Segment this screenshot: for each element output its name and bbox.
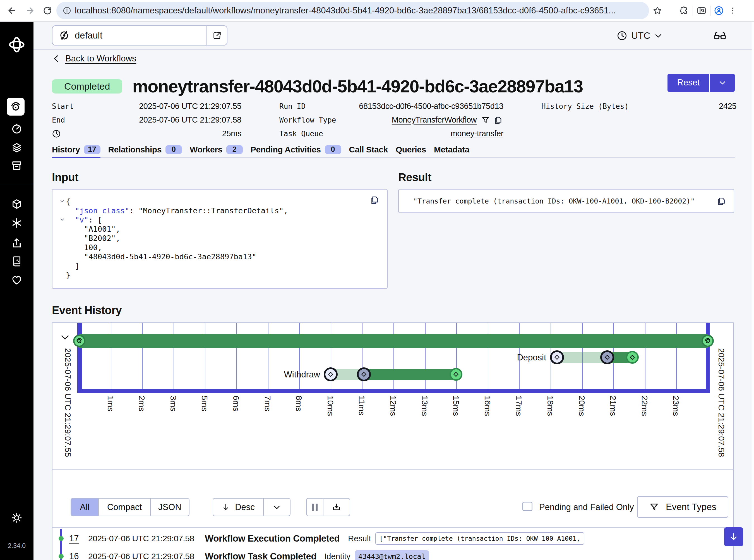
window-scrollbar-gutter[interactable] xyxy=(752,22,754,560)
tab-queries[interactable]: Queries xyxy=(396,145,426,157)
activity-completed-marker[interactable] xyxy=(626,351,639,364)
tab-label: Relationships xyxy=(108,145,162,154)
sidebar-item-nexus[interactable] xyxy=(0,217,34,229)
event-row[interactable]: 17 2025-07-06 UTC 21:29:07.58 Workflow E… xyxy=(53,529,733,547)
sidebar-item-batch[interactable] xyxy=(0,142,34,154)
sidebar-item-schedules[interactable] xyxy=(0,123,34,135)
copy-icon[interactable] xyxy=(494,116,504,124)
tab-metadata[interactable]: Metadata xyxy=(434,145,469,157)
activity-started-marker[interactable] xyxy=(357,367,371,381)
tab-history[interactable]: History17 xyxy=(52,145,100,157)
workflow-execution-bar[interactable] xyxy=(79,334,708,348)
event-detail-label: Result xyxy=(348,534,371,543)
chevron-down-icon[interactable] xyxy=(60,332,70,342)
activity-scheduled-marker[interactable] xyxy=(324,367,338,381)
activity-scheduled-marker[interactable] xyxy=(550,351,564,364)
feedback-icon xyxy=(11,274,23,286)
event-id-link[interactable]: 16 xyxy=(69,551,80,560)
theme-toggle[interactable] xyxy=(0,512,34,524)
json-line: "A1001", xyxy=(59,224,387,234)
event-detail-label: Identity xyxy=(324,552,350,560)
activity-pending-bar[interactable] xyxy=(557,352,607,363)
view-compact-button[interactable]: Compact xyxy=(98,498,150,516)
activity-label: Deposit xyxy=(517,353,546,363)
sidebar-item-docs[interactable] xyxy=(0,255,34,267)
address-bar[interactable]: localhost:8080/namespaces/default/workfl… xyxy=(56,2,649,19)
filter-icon[interactable] xyxy=(481,116,490,124)
chart-gridline xyxy=(676,323,677,389)
event-id-link[interactable]: 17 xyxy=(69,534,80,543)
tab-count-badge: 17 xyxy=(84,145,100,154)
temporal-logo-icon[interactable] xyxy=(0,36,34,53)
meta-label: Run ID xyxy=(279,102,306,111)
labs-glasses-icon[interactable] xyxy=(713,29,727,42)
json-line: "48043d0d-5b41-4920-bd6c-3ae28897ba13" xyxy=(59,252,387,261)
copy-icon[interactable] xyxy=(717,196,727,206)
meta-link[interactable]: money-transfer xyxy=(451,129,504,138)
namespace-external-link-button[interactable] xyxy=(206,26,227,45)
sidebar-item-namespaces[interactable] xyxy=(0,198,34,210)
meta-label: Start xyxy=(52,102,74,111)
meta-value: 2425 xyxy=(719,102,736,111)
activity-completed-marker[interactable] xyxy=(450,368,462,381)
forward-arrow-icon[interactable] xyxy=(25,3,35,18)
namespace-selector[interactable]: default xyxy=(52,25,227,45)
copy-icon[interactable] xyxy=(371,195,380,205)
toolbar-separator xyxy=(693,5,693,16)
reset-split-button: Reset xyxy=(668,74,735,92)
workflow-start-marker[interactable] xyxy=(73,335,85,347)
view-all-button[interactable]: All xyxy=(70,498,98,516)
pending-failed-checkbox[interactable] xyxy=(523,502,532,511)
chart-tick-label: 7ms xyxy=(263,396,272,412)
meta-row: Workflow TypeMoneyTransferWorkflow xyxy=(279,113,504,127)
tab-pending-activities[interactable]: Pending Activities0 xyxy=(250,145,341,157)
bookmark-star-icon[interactable] xyxy=(652,3,663,18)
pause-button[interactable] xyxy=(306,498,323,516)
tab-label: Queries xyxy=(396,145,426,154)
download-button[interactable] xyxy=(323,498,350,516)
reset-button[interactable]: Reset xyxy=(668,74,710,92)
input-result-section: Input { "json_class": "MoneyTransfer::Tr… xyxy=(52,171,735,289)
chart-gridline xyxy=(111,323,111,389)
workflow-header: Completed moneytransfer-48043d0d-5b41-49… xyxy=(52,75,735,98)
back-arrow-icon[interactable] xyxy=(7,3,17,18)
activity-running-bar[interactable] xyxy=(364,369,456,380)
tab-relationships[interactable]: Relationships0 xyxy=(108,145,182,157)
tab-call-stack[interactable]: Call Stack xyxy=(349,145,388,157)
tab-label: Workers xyxy=(190,145,222,154)
view-json-button[interactable]: JSON xyxy=(150,498,189,516)
back-to-workflows-link[interactable]: Back to Workflows xyxy=(65,54,136,64)
extensions-puzzle-icon[interactable] xyxy=(679,3,689,18)
tab-workers[interactable]: Workers2 xyxy=(190,145,243,157)
status-badge: Completed xyxy=(52,79,122,94)
timeline-chart[interactable]: 1ms2ms3ms5ms6ms7ms8ms10ms11ms12ms13ms15m… xyxy=(53,323,733,469)
workflow-end-marker[interactable] xyxy=(701,335,714,347)
timezone-selector[interactable]: UTC xyxy=(617,22,663,50)
sidebar-item-workflows[interactable] xyxy=(7,98,24,116)
activity-started-marker[interactable] xyxy=(600,351,614,364)
page-info-icon[interactable] xyxy=(62,3,72,18)
event-types-button[interactable]: Event Types xyxy=(637,496,728,518)
side-panel-icon[interactable] xyxy=(696,3,707,18)
chart-gridline xyxy=(174,323,174,389)
collapse-caret-icon[interactable] xyxy=(59,196,66,205)
event-history-controls: AllCompactJSON Desc Pending and Failed O… xyxy=(53,469,733,527)
reload-icon[interactable] xyxy=(42,3,53,18)
collapse-caret-icon[interactable] xyxy=(59,215,66,224)
chart-tick-label: 20ms xyxy=(577,396,587,416)
json-line: "v": [ xyxy=(59,215,387,224)
reset-dropdown-button[interactable] xyxy=(710,74,735,92)
sort-desc-button[interactable]: Desc xyxy=(212,498,263,516)
profile-avatar-icon[interactable] xyxy=(714,3,724,18)
sidebar-item-feedback[interactable] xyxy=(0,274,34,286)
sidebar-item-archival[interactable] xyxy=(0,160,34,172)
sort-dropdown-button[interactable] xyxy=(263,498,290,516)
meta-link[interactable]: MoneyTransferWorkflow xyxy=(392,115,476,124)
sidebar-item-deployments[interactable] xyxy=(0,237,34,249)
event-status-dot xyxy=(59,554,64,559)
event-status-dot xyxy=(59,536,64,541)
menu-dots-icon[interactable] xyxy=(728,3,738,18)
scroll-to-bottom-button[interactable] xyxy=(724,527,743,546)
event-row[interactable]: 16 2025-07-06 UTC 21:29:07.58 Workflow T… xyxy=(53,547,733,560)
json-line: "B2002", xyxy=(59,234,387,243)
